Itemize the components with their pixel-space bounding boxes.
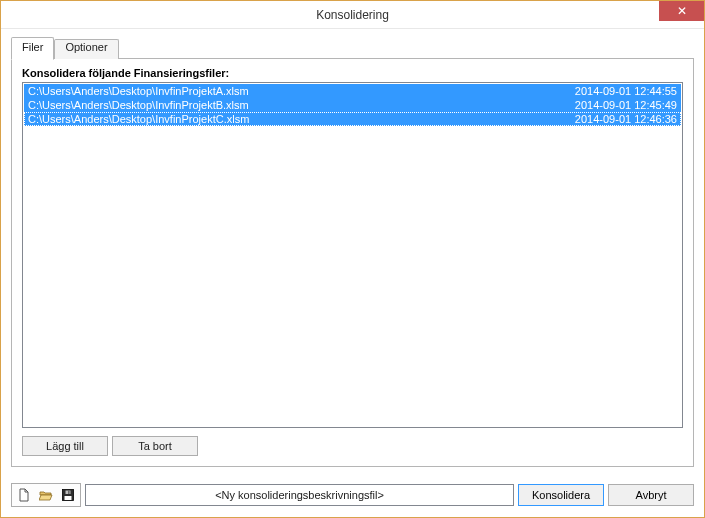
open-folder-icon xyxy=(39,488,53,502)
file-list-label: Konsolidera följande Finansieringsfiler: xyxy=(22,67,683,79)
save-file-button[interactable] xyxy=(58,486,78,504)
content-area: Filer Optioner Konsolidera följande Fina… xyxy=(1,29,704,477)
window: Konsolidering ✕ Filer Optioner Konsolide… xyxy=(0,0,705,518)
tab-files[interactable]: Filer xyxy=(11,37,54,60)
icon-toolbar xyxy=(11,483,81,507)
description-placeholder: <Ny konsolideringsbeskrivningsfil> xyxy=(215,489,384,501)
svg-rect-1 xyxy=(65,496,72,500)
tab-label: Filer xyxy=(22,41,43,53)
file-timestamp: 2014-09-01 12:44:55 xyxy=(575,84,677,98)
button-label: Konsolidera xyxy=(532,489,590,501)
consolidate-button[interactable]: Konsolidera xyxy=(518,484,604,506)
list-item[interactable]: C:\Users\Anders\Desktop\InvfinProjektA.x… xyxy=(24,84,681,98)
new-file-icon xyxy=(17,488,31,502)
button-label: Lägg till xyxy=(46,440,84,452)
svg-rect-3 xyxy=(68,491,69,495)
file-path: C:\Users\Anders\Desktop\InvfinProjektB.x… xyxy=(28,98,249,112)
open-file-button[interactable] xyxy=(36,486,56,504)
bottombar: <Ny konsolideringsbeskrivningsfil> Konso… xyxy=(1,477,704,517)
cancel-button[interactable]: Avbryt xyxy=(608,484,694,506)
remove-button[interactable]: Ta bort xyxy=(112,436,198,456)
tab-label: Optioner xyxy=(65,41,107,53)
tabstrip: Filer Optioner xyxy=(11,37,694,59)
list-item[interactable]: C:\Users\Anders\Desktop\InvfinProjektB.x… xyxy=(24,98,681,112)
window-title: Konsolidering xyxy=(316,8,389,22)
close-button[interactable]: ✕ xyxy=(659,1,704,21)
add-button[interactable]: Lägg till xyxy=(22,436,108,456)
svg-rect-2 xyxy=(66,491,71,495)
file-list[interactable]: C:\Users\Anders\Desktop\InvfinProjektA.x… xyxy=(22,82,683,428)
close-icon: ✕ xyxy=(677,4,687,18)
save-disk-icon xyxy=(61,488,75,502)
tab-options[interactable]: Optioner xyxy=(54,39,118,59)
file-timestamp: 2014-09-01 12:45:49 xyxy=(575,98,677,112)
file-path: C:\Users\Anders\Desktop\InvfinProjektA.x… xyxy=(28,84,249,98)
new-file-button[interactable] xyxy=(14,486,34,504)
description-field[interactable]: <Ny konsolideringsbeskrivningsfil> xyxy=(85,484,514,506)
titlebar: Konsolidering ✕ xyxy=(1,1,704,29)
button-label: Ta bort xyxy=(138,440,172,452)
button-label: Avbryt xyxy=(636,489,667,501)
file-buttons: Lägg till Ta bort xyxy=(22,436,683,456)
file-path: C:\Users\Anders\Desktop\InvfinProjektC.x… xyxy=(28,112,249,126)
file-timestamp: 2014-09-01 12:46:36 xyxy=(575,112,677,126)
list-item[interactable]: C:\Users\Anders\Desktop\InvfinProjektC.x… xyxy=(24,112,681,126)
files-panel: Konsolidera följande Finansieringsfiler:… xyxy=(11,58,694,467)
